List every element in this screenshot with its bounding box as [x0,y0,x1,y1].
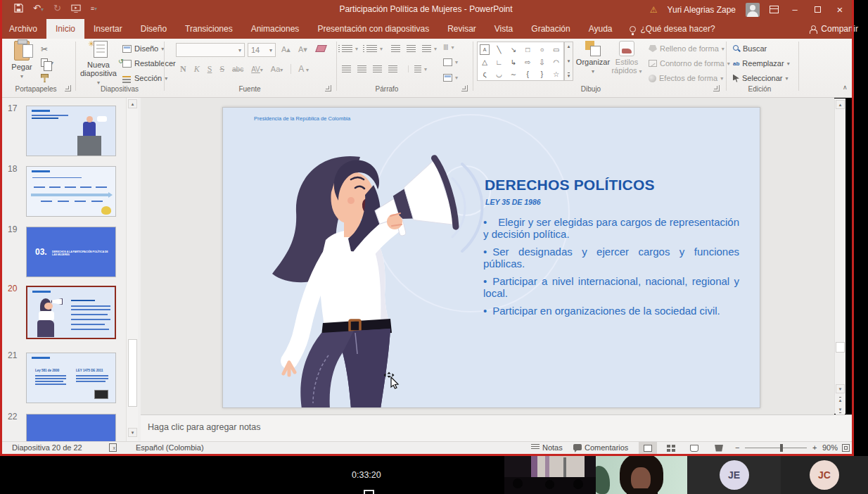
paragraph-dialog-launcher[interactable] [461,85,468,91]
previous-slide-button[interactable]: ▴ [836,395,845,405]
tab-grabacion[interactable]: Grabación [522,19,579,39]
text-direction-button[interactable]: Ⅲ▾ [443,43,454,52]
notes-toggle[interactable]: Notas [531,443,563,452]
clear-formatting-button[interactable] [317,45,326,52]
tab-animaciones[interactable]: Animaciones [242,19,309,39]
cut-button[interactable]: ✂ [41,44,48,54]
select-button[interactable]: Seleccionar▾ [733,74,789,82]
align-text-button[interactable]: ▾ [443,58,458,66]
slide-layout-button[interactable]: Diseño▾ [122,44,164,53]
avatar[interactable] [746,3,760,17]
shape-star-icon[interactable]: ☆ [549,68,563,80]
tab-vista[interactable]: Vista [485,19,522,39]
shape-arrow-icon[interactable]: ↘ [506,42,521,57]
smartart-button[interactable]: ▾ [443,74,458,82]
shape-fill-button[interactable]: Relleno de forma▾ [649,44,725,53]
shape-oval-icon[interactable]: ○ [535,42,549,57]
comments-toggle[interactable]: Comentarios [573,443,628,452]
shapes-gallery[interactable]: A ╲ ↘ □ ○ ▭ △ ∟ ↳ ⇨ ⇩ ◠ ς ◡ ∼ { } ☆ [477,42,564,81]
close-button[interactable]: × [834,4,846,15]
slide-thumbnail-18[interactable] [26,166,116,217]
fit-slide-button[interactable] [842,444,850,453]
slide-sorter-view-button[interactable] [662,442,680,454]
shape-elbow-arrow-icon[interactable]: ↳ [506,57,521,69]
tab-presentacion[interactable]: Presentación con diapositivas [308,19,438,39]
thumbnail-scrollbar[interactable]: ▴ ▾ [126,98,138,441]
shapes-gallery-scrollbar[interactable]: ▴ ▾ ▾ [564,42,573,81]
align-left-button[interactable] [342,65,351,72]
scroll-thumb[interactable] [836,342,845,353]
shape-rounded-rect-icon[interactable]: ▭ [549,42,563,57]
participant-video-room[interactable] [504,456,596,494]
shape-textbox-icon[interactable]: A [480,44,490,55]
shape-brace-right-icon[interactable]: } [535,68,549,80]
tab-insertar[interactable]: Insertar [84,19,132,39]
zoom-slider[interactable] [745,448,807,448]
zoom-out-button[interactable]: − [735,443,739,452]
accessibility-icon[interactable]: x [109,443,117,452]
bold-button[interactable]: N [180,64,186,75]
editor-vertical-scrollbar[interactable]: ▴ ▾ ▴ ▾ [834,99,845,414]
participant-tile-je[interactable]: JE [687,456,781,494]
normal-view-button[interactable] [639,442,657,454]
font-size-combo[interactable]: 14▾ [248,43,276,57]
notes-pane[interactable]: Haga clic para agregar notas [141,414,852,441]
font-dialog-launcher[interactable] [325,85,331,91]
shapes-more-icon[interactable]: ▾ [568,72,570,79]
slide-title[interactable]: DERECHOS POLÍTICOS [485,177,746,194]
align-right-button[interactable] [373,65,382,72]
copy-button[interactable]: ▾ [41,58,53,67]
shape-elbow-icon[interactable]: ∟ [492,57,506,69]
replace-button[interactable]: abReemplazar▾ [733,59,790,68]
shape-brace-left-icon[interactable]: { [521,68,535,80]
zoom-level[interactable]: 90% [822,443,838,452]
tab-archivo[interactable]: Archivo [0,19,46,39]
increase-indent-button[interactable] [407,45,416,52]
numbering-button[interactable]: ▾ [366,45,383,52]
tab-transiciones[interactable]: Transiciones [176,19,242,39]
shape-curve-icon[interactable]: ∼ [506,68,521,80]
paste-button[interactable]: Pegar▾ [7,41,37,83]
share-button[interactable]: Compartir [810,19,858,39]
format-painter-button[interactable] [41,74,49,82]
shape-effects-button[interactable]: Efectos de forma▾ [649,74,723,82]
font-name-combo[interactable]: ▾ [176,43,245,57]
italic-button[interactable]: K [194,64,200,75]
shape-triangle-icon[interactable]: △ [478,57,492,69]
scroll-up-button[interactable]: ▴ [836,100,845,109]
bullets-button[interactable]: ▾ [342,45,358,52]
shrink-font-button[interactable]: A▾ [298,45,307,54]
tab-diseno[interactable]: Diseño [132,19,176,39]
participant-tile-jc[interactable]: JC [781,456,868,494]
slide-thumbnail-19[interactable]: 03. DERECHOS A LA PARTICIPACIÓN POLÍTICA… [26,227,116,277]
slide-thumbnail-17[interactable] [26,106,116,156]
slide-canvas[interactable]: Presidencia de la República de Colombia [222,107,760,408]
thumbnail-scroll-down[interactable]: ▾ [128,428,137,437]
scroll-down-button[interactable]: ▾ [836,384,845,393]
slideshow-view-button[interactable] [710,442,728,454]
shape-rectangle-icon[interactable]: □ [521,42,535,57]
shape-freeform-icon[interactable]: ◠ [549,57,563,69]
slide-thumbnail-22[interactable] [26,414,116,441]
shape-block-arrow-right-icon[interactable]: ⇨ [521,57,535,69]
shape-line-icon[interactable]: ╲ [492,42,506,57]
language-status[interactable]: Español (Colombia) [136,443,204,452]
line-spacing-button[interactable]: ▾ [422,45,437,52]
clipboard-dialog-launcher[interactable] [65,85,71,91]
justify-button[interactable] [388,65,397,72]
next-slide-button[interactable]: ▾ [836,405,845,414]
grow-font-button[interactable]: A▴ [281,45,291,54]
collapse-ribbon-button[interactable]: ∧ [843,84,848,91]
strikethrough-button[interactable]: S [219,64,224,75]
thumbnail-scroll-up[interactable]: ▴ [128,99,137,108]
minimize-button[interactable]: – [789,4,801,15]
tell-me-search[interactable]: ¿Qué desea hacer? [621,19,723,39]
shape-block-arrow-down-icon[interactable]: ⇩ [535,57,549,69]
strike-abc-button[interactable]: abc [232,65,243,73]
find-button[interactable]: Buscar [733,44,767,53]
slide-thumbnail-21[interactable]: Ley 581 de 2000 LEY 1475 DE 2011 [26,353,116,403]
font-color-button[interactable]: A ▾ [291,64,309,74]
quick-styles-button[interactable]: Estilosrápidos ▾ [611,41,643,83]
drawing-dialog-launcher[interactable] [713,85,720,91]
tab-ayuda[interactable]: Ayuda [580,19,622,39]
